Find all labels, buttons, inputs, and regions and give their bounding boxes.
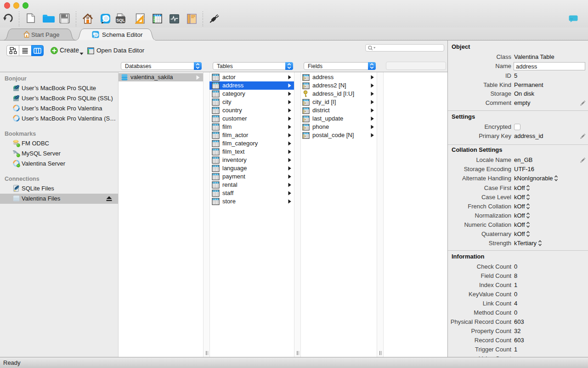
svg-text:SQL: SQL (116, 18, 125, 23)
